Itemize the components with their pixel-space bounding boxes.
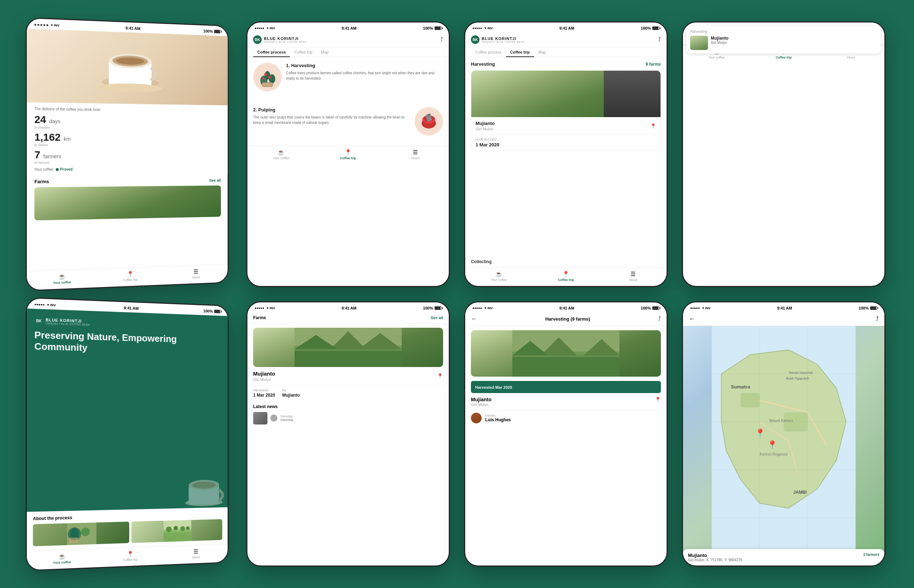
signal-5: ●●●●● ▾ INV — [34, 302, 56, 307]
harvest-by-val: Mujianto — [282, 393, 300, 398]
bat-pct-8: 100% — [859, 306, 869, 310]
nav-coffee-trip-2[interactable]: 📍 Coffee trip — [315, 149, 382, 160]
step2-number: 2. — [253, 107, 257, 113]
bottom-nav-2: ☕ Your coffee 📍 Coffee trip ☰ About — [247, 145, 449, 164]
app-name-2: BLUE KORINTJI — [264, 36, 306, 41]
wifi-3: ▾ — [484, 26, 486, 30]
splash-content: BK BLUE KORINTJI UNIQUELY BLUE COFFEE BE… — [27, 309, 228, 512]
map-full-background: 📍 📍 Sumatra Mount Kerinci Kerinci Regenc… — [683, 326, 884, 566]
signal-dots-7: ●●●●● — [472, 306, 482, 310]
nav-coffee-trip-3[interactable]: 📍 Coffee trip — [532, 271, 599, 282]
nav-your-coffee-2[interactable]: ☕ Your coffee — [247, 149, 315, 160]
status-bar-8: ●●●●● ▾ INV 9:41 AM 100% — [683, 302, 884, 312]
harvest-date-label: Harvested: — [253, 388, 275, 392]
farm-detail-name: Mujianto — [253, 371, 275, 376]
tab-coffee-trip-2[interactable]: Coffee trip — [290, 47, 317, 57]
tab-map-3[interactable]: Map — [534, 47, 550, 57]
process-card-harvesting: 1. Harvesting Coffee trees produce berri… — [247, 57, 449, 97]
your-coffee-content: The delivery of the coffee you drink too… — [27, 29, 228, 271]
delivery-label: The delivery of the coffee you drink too… — [34, 107, 221, 113]
farmer-contact-name: Luis Hughes — [485, 417, 511, 422]
farms-see-all[interactable]: See all — [431, 316, 443, 320]
process-content: 1. Harvesting Coffee trees produce berri… — [247, 57, 449, 145]
news-day: Saturday — [280, 418, 293, 422]
wifi-7: ▾ — [484, 306, 486, 310]
logo-text-3: BLUE KORINTJI UNIQUELY BLUE COFFEE BEAN — [482, 36, 524, 43]
nav-coffee-trip-5[interactable]: 📍 Coffee trip — [96, 549, 163, 563]
harvest-card[interactable]: Mujianto Giri Mulyo 📍 Harvested 1 Mar 20… — [471, 70, 661, 151]
proved-link[interactable]: Proved — [60, 168, 73, 171]
nav-coffee-trip[interactable]: 📍 Coffee trip — [96, 269, 163, 283]
tab-coffee-process[interactable]: Coffee process — [253, 47, 290, 57]
map-full-area[interactable]: 📍 📍 Sumatra Mount Kerinci Kerinci Regenc… — [683, 326, 884, 566]
logo-icon-2: BK — [253, 36, 262, 44]
news-author-name: Sarudag — [280, 415, 293, 418]
signal-dot — [40, 24, 42, 26]
harvest-date-section: Harvested 1 Mar 2020 — [471, 135, 660, 150]
nav-your-coffee[interactable]: ☕ Your coffee — [27, 272, 96, 286]
trip-nav-icon: 📍 — [127, 270, 134, 278]
harvest-image-dark — [604, 71, 660, 117]
trip-nav-label-4: Coffee trip — [776, 56, 792, 59]
about-nav-label-5: About — [192, 555, 200, 559]
nav-your-coffee-3[interactable]: ☕ Your coffee — [465, 271, 532, 282]
svg-point-12 — [262, 78, 265, 80]
coffee-nav-icon-5: ☕ — [58, 552, 66, 559]
about-img2-svg — [131, 519, 223, 543]
signal-8: ●●●●● ▾ INV — [690, 306, 711, 310]
harvesting-card-label: Harvesting — [690, 30, 877, 34]
share-icon-7[interactable]: ⤴ — [658, 316, 661, 322]
step2-title: Pulping — [258, 107, 275, 113]
farmer-detail-name: Mujianto — [471, 397, 655, 402]
status-bar-6: ●●●●● ▾ INV 9:41 AM 100% — [247, 302, 449, 312]
farmer-avatar-inner — [471, 413, 482, 423]
svg-rect-54 — [512, 330, 619, 376]
nav-about-3[interactable]: ☰ About — [599, 271, 667, 282]
svg-text:JAMBI: JAMBI — [793, 490, 807, 495]
map-back-btn[interactable]: ← — [689, 315, 695, 323]
nav-about[interactable]: ☰ About — [163, 267, 228, 280]
phone-farms-detail: ●●●●● ▾ INV 9:41 AM 100% Farms See all — [246, 301, 450, 567]
news-content: Sarudag Saturday — [280, 415, 293, 422]
signal-area: ▾ INV — [34, 23, 59, 27]
latest-news-title: Latest news — [253, 404, 443, 409]
map-farm-thumb — [690, 36, 708, 50]
network-2: INV — [270, 26, 275, 30]
harvesting-label-card: Harvesting Mujianto Giri Mulyo — [686, 26, 881, 53]
about-nav-label: About — [192, 275, 200, 279]
logo-icon-3: BK — [471, 36, 480, 44]
svg-text:📍: 📍 — [755, 428, 766, 438]
about-nav-icon-2: ☰ — [413, 149, 418, 156]
share-icon-3[interactable]: ⤴ — [658, 36, 661, 43]
battery-percent: 100% — [203, 29, 213, 34]
time-6: 9:41 AM — [342, 306, 357, 310]
news-item[interactable]: Sarudag Saturday — [253, 412, 443, 425]
nav-your-coffee-5[interactable]: ☕ Your coffee — [27, 551, 96, 565]
signal-dot — [37, 24, 39, 25]
nav-about-2[interactable]: ☰ About — [382, 149, 449, 160]
farmer-name: Mujianto — [476, 121, 494, 126]
tab-coffee-trip-3[interactable]: Coffee trip — [506, 47, 534, 57]
main-layout: ▾ INV 9:41 AM 100% — [0, 0, 914, 588]
bat-pct-2: 100% — [423, 26, 433, 30]
tab-coffee-process-3[interactable]: Coffee process — [471, 47, 506, 57]
status-bar-3: ●●●●● ▾ INV 9:41 AM 100% — [465, 23, 667, 32]
app-header-3: BK BLUE KORINTJI UNIQUELY BLUE COFFEE BE… — [465, 32, 667, 47]
bfill-2 — [435, 27, 441, 30]
signal-2: ●●●●● ▾ INV — [255, 26, 275, 30]
farm-image-inner — [34, 185, 221, 220]
share-icon-2[interactable]: ⤴ — [440, 36, 443, 43]
app-name-3: BLUE KORINTJI — [482, 36, 524, 41]
farmers-unit: farmers — [44, 153, 61, 159]
farm-img-svg — [253, 328, 443, 367]
nav-about-5[interactable]: ☰ About — [163, 547, 228, 560]
map-share-icon[interactable]: ⤴ — [876, 316, 878, 322]
map-full-svg: 📍 📍 Sumatra Mount Kerinci Kerinci Regenc… — [683, 326, 884, 566]
tab-map-2[interactable]: Map — [317, 47, 333, 57]
bfill-8 — [870, 307, 876, 310]
farm-name-area: Mujianto Giri Mulyo — [253, 371, 275, 382]
farms-header: Farms See all — [34, 178, 221, 184]
see-all-link[interactable]: See all — [209, 178, 221, 183]
farmers-label: to harvest — [34, 160, 221, 164]
back-button[interactable]: ← — [471, 315, 477, 323]
